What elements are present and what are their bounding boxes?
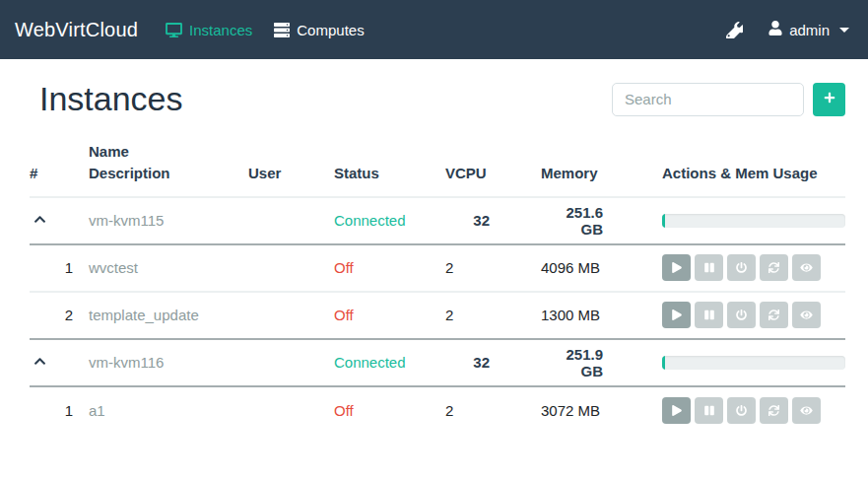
instance-user xyxy=(248,244,334,292)
host-row: vm-kvm116 Connected 32 251.9 GB xyxy=(30,339,845,386)
memory-usage-progressbar xyxy=(662,356,845,370)
pause-button[interactable] xyxy=(695,397,723,424)
host-vcpu: 32 xyxy=(445,339,541,386)
memory-usage-fill xyxy=(662,214,665,228)
main-nav: Instances Computes xyxy=(166,22,365,38)
table-header-row: # Name Description User Status VCPU Memo… xyxy=(30,141,845,197)
refresh-button[interactable] xyxy=(760,397,788,424)
instances-table: # Name Description User Status VCPU Memo… xyxy=(30,141,845,434)
play-button[interactable] xyxy=(662,254,691,281)
instance-row: 1 a1 Off 2 3072 MB xyxy=(30,386,845,434)
collapse-toggle-chevron-up-icon[interactable] xyxy=(33,355,47,368)
host-memory: 251.9 GB xyxy=(541,339,662,386)
server-icon xyxy=(274,22,290,37)
col-header-user: User xyxy=(248,141,334,197)
user-label: admin xyxy=(789,22,830,38)
view-button[interactable] xyxy=(792,397,821,424)
instance-name-link[interactable]: template_update xyxy=(89,307,199,323)
instance-status: Off xyxy=(334,292,445,339)
chevron-down-icon xyxy=(839,28,849,33)
wrench-icon[interactable] xyxy=(726,22,743,38)
instance-status: Off xyxy=(334,244,445,292)
instance-actions xyxy=(662,397,845,424)
host-name-link[interactable]: vm-kvm116 xyxy=(89,354,164,371)
instance-actions xyxy=(662,254,845,281)
instance-memory: 3072 MB xyxy=(541,386,662,434)
header-tools xyxy=(612,83,845,116)
pause-button[interactable] xyxy=(695,302,723,328)
navbar-right: admin xyxy=(726,21,849,38)
page-header: Instances xyxy=(0,81,868,117)
host-status: Connected xyxy=(334,339,445,386)
host-user xyxy=(248,339,334,386)
instance-row: 1 wvctest Off 2 4096 MB xyxy=(30,244,845,292)
instance-row: 2 template_update Off 2 1300 MB xyxy=(30,292,845,339)
host-user xyxy=(248,197,334,244)
host-vcpu: 32 xyxy=(445,197,541,244)
power-button[interactable] xyxy=(727,254,756,281)
instance-vcpu: 2 xyxy=(445,292,541,339)
nav-item-label: Instances xyxy=(189,22,252,38)
col-header-actions: Actions & Mem Usage xyxy=(662,141,845,197)
nav-item-label: Computes xyxy=(297,22,364,38)
instance-memory: 4096 MB xyxy=(541,244,662,292)
host-memory: 251.6 GB xyxy=(541,197,662,244)
play-button[interactable] xyxy=(662,397,691,424)
search-input[interactable] xyxy=(612,83,804,116)
instance-number: 2 xyxy=(30,292,89,339)
power-button[interactable] xyxy=(727,397,756,424)
col-header-name-description: Name Description xyxy=(89,141,248,197)
col-header-memory: Memory xyxy=(541,141,662,197)
host-name-link[interactable]: vm-kvm115 xyxy=(89,212,164,229)
pause-button[interactable] xyxy=(695,254,723,281)
instance-vcpu: 2 xyxy=(445,386,541,434)
user-icon xyxy=(768,21,782,38)
play-button[interactable] xyxy=(662,302,691,328)
col-header-status: Status xyxy=(334,141,445,197)
view-button[interactable] xyxy=(792,302,821,328)
desktop-icon xyxy=(166,23,182,37)
col-header-num: # xyxy=(30,141,89,197)
instance-status: Off xyxy=(334,386,445,434)
memory-usage-progressbar xyxy=(662,214,845,228)
instance-vcpu: 2 xyxy=(445,244,541,292)
nav-item-instances[interactable]: Instances xyxy=(166,22,252,38)
brand-logo[interactable]: WebVirtCloud xyxy=(15,19,138,41)
view-button[interactable] xyxy=(792,254,821,281)
plus-icon xyxy=(824,92,835,106)
nav-item-computes[interactable]: Computes xyxy=(274,22,364,38)
col-header-vcpu: VCPU xyxy=(445,141,541,197)
instance-actions xyxy=(662,302,845,328)
host-row: vm-kvm115 Connected 32 251.6 GB xyxy=(30,197,845,244)
collapse-toggle-chevron-up-icon[interactable] xyxy=(33,213,47,226)
page-title: Instances xyxy=(39,81,183,117)
user-dropdown[interactable]: admin xyxy=(768,21,849,38)
instance-name-link[interactable]: wvctest xyxy=(89,259,138,276)
power-button[interactable] xyxy=(727,302,756,328)
refresh-button[interactable] xyxy=(760,302,788,328)
refresh-button[interactable] xyxy=(760,254,788,281)
instance-number: 1 xyxy=(30,386,89,434)
add-instance-button[interactable] xyxy=(813,83,845,116)
memory-usage-fill xyxy=(662,356,665,370)
instance-user xyxy=(248,292,334,339)
instance-user xyxy=(248,386,334,434)
instance-memory: 1300 MB xyxy=(541,292,662,339)
host-status: Connected xyxy=(334,197,445,244)
instance-name-link[interactable]: a1 xyxy=(89,402,105,419)
top-navbar: WebVirtCloud Instances Computes admin xyxy=(0,0,868,59)
instance-number: 1 xyxy=(30,244,89,292)
